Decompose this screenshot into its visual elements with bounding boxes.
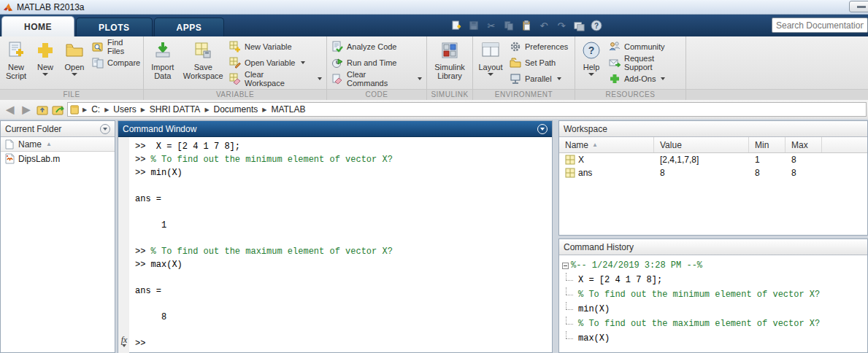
set-path-button[interactable]: Set Path: [510, 56, 568, 69]
run-and-time-button[interactable]: Run and Time: [331, 56, 422, 69]
import-data-button[interactable]: Import Data: [145, 39, 180, 87]
minimize-button[interactable]: [849, 1, 868, 12]
current-folder-menu-icon[interactable]: [100, 124, 110, 134]
clear-workspace-button[interactable]: Clear Workspace: [229, 72, 322, 85]
ribbon-section-resources: ? Help Community: [575, 36, 686, 100]
file-item[interactable]: DipsLab.m: [1, 152, 115, 166]
file-name: DipsLab.m: [18, 154, 60, 164]
m-file-icon: [5, 153, 15, 164]
help-button[interactable]: ? Help: [577, 39, 606, 87]
new-script-icon[interactable]: [450, 19, 463, 32]
open-variable-button[interactable]: Open Variable: [229, 56, 322, 69]
open-button[interactable]: Open: [60, 39, 89, 87]
layout-button[interactable]: Layout: [475, 39, 507, 87]
command-window-title: Command Window: [123, 124, 196, 134]
community-button[interactable]: Community: [609, 40, 681, 53]
breadcrumb-segment[interactable]: SHRI DATTA: [147, 104, 204, 115]
breadcrumb-segment[interactable]: Documents: [211, 104, 261, 115]
simulink-library-button[interactable]: Simulink Library: [429, 39, 471, 87]
command-window-body[interactable]: >> X = [2 4 1 7 8];>> % To find out the …: [118, 137, 552, 353]
new-icon: [35, 40, 55, 61]
history-item[interactable]: max(X): [562, 331, 867, 346]
file-section-label: FILE: [0, 89, 143, 100]
svg-text:?: ?: [588, 44, 595, 56]
breadcrumb-segment[interactable]: Users: [110, 104, 139, 115]
browse-for-folder-button[interactable]: [51, 103, 66, 116]
workspace-row[interactable]: ans888: [559, 166, 867, 179]
workspace-column-header[interactable]: Name ▲ Value Min Max: [559, 137, 867, 153]
help-icon[interactable]: ?: [590, 19, 603, 32]
undo-icon[interactable]: ↶: [537, 19, 550, 32]
console-line: ans =: [129, 286, 552, 299]
ribbon-section-file: New Script New Open: [0, 36, 144, 100]
clear-commands-icon: [331, 73, 343, 85]
console-line: 8: [129, 312, 552, 325]
clear-commands-button[interactable]: Clear Commands: [331, 72, 422, 85]
tab-plots[interactable]: PLOTS: [76, 18, 153, 36]
workspace-row[interactable]: X[2,4,1,7,8]18: [559, 153, 867, 166]
collapse-icon[interactable]: [562, 263, 569, 269]
open-variable-dropdown-arrow: [301, 61, 305, 64]
analyze-code-button[interactable]: Analyze Code: [331, 40, 422, 53]
preferences-button[interactable]: Preferences: [510, 40, 568, 53]
paste-icon[interactable]: [520, 19, 533, 32]
current-folder-title: Current Folder: [5, 124, 61, 134]
window-layout-icon[interactable]: [572, 19, 585, 32]
breadcrumb[interactable]: ▶C:▶Users▶SHRI DATTA▶Documents▶MATLAB: [67, 102, 867, 117]
search-documentation-box[interactable]: [772, 18, 868, 33]
new-variable-button[interactable]: New Variable: [229, 40, 322, 53]
back-button[interactable]: ◀: [3, 103, 18, 116]
open-variable-icon: [229, 57, 241, 69]
breadcrumb-separator-icon: ▶: [81, 106, 88, 113]
compare-button[interactable]: Compare: [92, 56, 140, 69]
console-line: >>: [129, 338, 552, 352]
new-dropdown-arrow: [42, 73, 48, 76]
copy-icon[interactable]: [502, 19, 515, 32]
up-one-level-button[interactable]: [35, 103, 50, 116]
analyze-code-icon: [331, 41, 343, 53]
breadcrumb-segment[interactable]: C:: [88, 104, 103, 115]
clear-commands-label: Clear Commands: [347, 70, 408, 88]
search-documentation-input[interactable]: [772, 18, 868, 33]
request-support-button[interactable]: Request Support: [609, 56, 681, 69]
save-workspace-label: Save Workspace: [180, 63, 226, 80]
breadcrumb-separator-icon: ▶: [261, 106, 268, 113]
simulink-library-label: Simulink Library: [429, 63, 471, 80]
command-window-header: Command Window: [118, 121, 552, 137]
col-value: Value: [660, 140, 682, 150]
save-workspace-button[interactable]: Save Workspace: [180, 39, 226, 87]
fx-function-hint-icon[interactable]: fx: [119, 336, 129, 347]
history-item[interactable]: % To find out the maximum element of vec…: [562, 317, 867, 331]
history-item[interactable]: % To find out the minimum element of vec…: [562, 287, 867, 302]
find-files-icon: [92, 41, 104, 53]
add-ons-button[interactable]: Add-Ons: [609, 72, 681, 85]
history-item[interactable]: min(X): [562, 302, 867, 317]
command-history-body[interactable]: %-- 1/24/2019 3:28 PM --%X = [2 4 1 7 8]…: [559, 255, 867, 346]
save-icon[interactable]: [467, 19, 480, 32]
breadcrumb-segment[interactable]: MATLAB: [268, 104, 308, 115]
variable-section-label: VARIABLE: [144, 89, 326, 100]
save-workspace-icon: [193, 40, 213, 61]
preferences-label: Preferences: [525, 42, 568, 51]
import-data-label: Import Data: [145, 63, 180, 80]
sort-ascending-icon: ▲: [46, 141, 52, 147]
ribbon-home: New Script New Open: [0, 36, 868, 100]
forward-button[interactable]: ▶: [19, 103, 34, 116]
open-label: Open: [65, 63, 85, 71]
find-files-button[interactable]: Find Files: [92, 40, 140, 53]
parallel-button[interactable]: Parallel: [510, 72, 568, 85]
tab-apps[interactable]: APPS: [154, 18, 225, 36]
ribbon-tab-strip: HOME PLOTS APPS ✂ ↶ ↷ ?: [0, 15, 868, 36]
ribbon-section-code: Analyze Code Run and Time Clear Commands: [327, 36, 427, 100]
redo-icon[interactable]: ↷: [555, 19, 568, 32]
cut-icon[interactable]: ✂: [485, 19, 498, 32]
current-folder-column-header[interactable]: Name ▲: [1, 137, 115, 152]
new-script-button[interactable]: New Script: [1, 39, 31, 87]
tab-home[interactable]: HOME: [1, 16, 74, 36]
new-button[interactable]: New: [31, 39, 60, 87]
tree-connector: [566, 273, 576, 287]
history-item[interactable]: %-- 1/24/2019 3:28 PM --%: [562, 258, 867, 273]
history-item[interactable]: X = [2 4 1 7 8];: [562, 273, 867, 287]
matrix-variable-icon: [565, 155, 575, 165]
command-window-menu-icon[interactable]: [537, 124, 548, 134]
